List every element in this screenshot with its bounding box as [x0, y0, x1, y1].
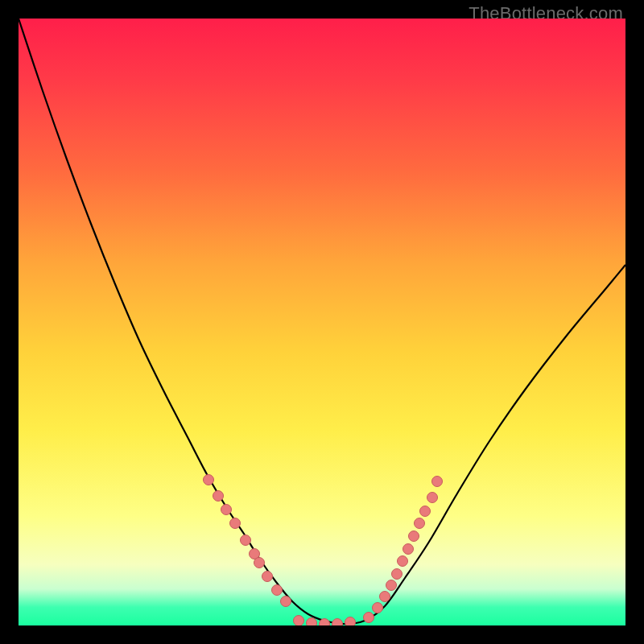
data-point-dot	[373, 603, 383, 613]
data-point-dot	[307, 618, 317, 626]
data-point-dot	[332, 619, 343, 626]
data-point-dot	[364, 613, 374, 623]
data-point-dot	[427, 493, 438, 503]
data-point-dot	[392, 569, 402, 580]
plot-svg	[19, 19, 625, 625]
data-point-dot	[241, 535, 251, 546]
data-point-dot	[432, 477, 443, 487]
data-point-dot	[281, 597, 291, 607]
data-point-dot	[409, 531, 419, 542]
data-point-dot	[403, 544, 414, 555]
data-point-dot	[386, 580, 397, 591]
data-point-dot	[320, 619, 330, 626]
data-point-dot	[204, 475, 214, 485]
data-point-dot	[398, 556, 408, 567]
data-point-dot	[272, 585, 283, 596]
bottleneck-curve	[19, 19, 625, 624]
plot-frame	[19, 19, 625, 625]
data-point-dot	[262, 572, 273, 582]
data-point-dot	[254, 558, 265, 568]
data-point-dot	[221, 505, 232, 515]
data-point-dot	[345, 617, 356, 626]
data-point-dot	[420, 506, 431, 517]
curve-dots-group	[204, 475, 443, 626]
data-point-dot	[380, 592, 390, 602]
data-point-dot	[294, 616, 304, 626]
data-point-dot	[415, 518, 425, 529]
data-point-dot	[230, 518, 241, 529]
data-point-dot	[213, 491, 224, 502]
